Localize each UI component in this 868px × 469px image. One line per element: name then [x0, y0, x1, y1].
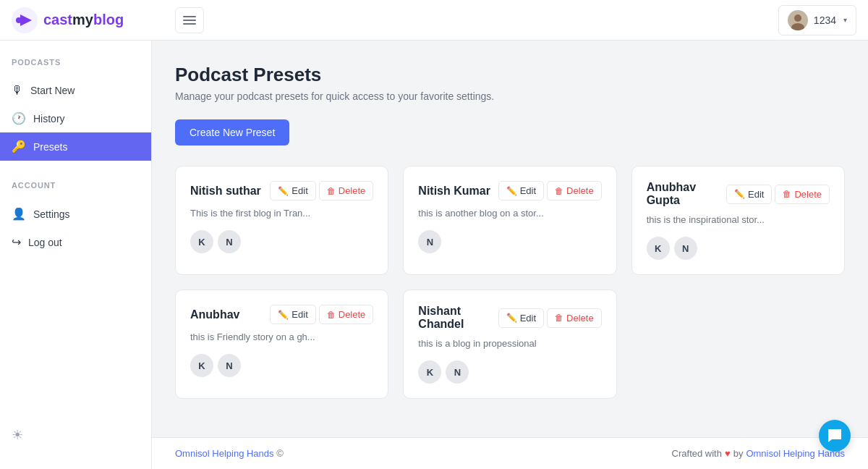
card-3-edit-label: Edit: [748, 189, 764, 200]
card-1-edit-button[interactable]: ✏️ Edit: [270, 181, 315, 200]
card-3-header: Anubhav Gupta ✏️ Edit 🗑 Delete: [647, 181, 830, 207]
sidebar-item-label-start-new: Start New: [30, 85, 75, 96]
heart-icon: ♥: [725, 448, 731, 459]
card-2-delete-button[interactable]: 🗑 Delete: [547, 181, 602, 200]
edit-icon-3: ✏️: [734, 189, 745, 199]
trash-icon-3: 🗑: [783, 189, 791, 199]
trash-icon-4: 🗑: [327, 310, 336, 320]
card-4-header: Anubhav ✏️ Edit 🗑 Delete: [190, 305, 373, 324]
trash-icon: 🗑: [327, 186, 336, 196]
logout-icon: ↪: [12, 235, 21, 249]
user-name: 1234: [814, 14, 836, 26]
logo: castmyblog: [12, 7, 163, 33]
sidebar: PODCASTS 🎙 Start New 🕐 History 🔑 Presets…: [0, 41, 152, 469]
card-2-actions: ✏️ Edit 🗑 Delete: [498, 181, 602, 200]
account-section-label: ACCOUNT: [0, 178, 151, 200]
microphone-icon: 🎙: [12, 84, 23, 97]
main-content: Podcast Presets Manage your podcast pres…: [152, 41, 868, 437]
avatar-n-5: N: [446, 360, 469, 384]
card-5-edit-button[interactable]: ✏️ Edit: [498, 308, 544, 328]
theme-toggle-area: ☀: [0, 415, 151, 455]
avatar-k-3: K: [647, 237, 670, 260]
card-4-edit-button[interactable]: ✏️ Edit: [270, 305, 315, 324]
card-5-title: Nishant Chandel: [418, 305, 498, 331]
sidebar-item-label-presets: Presets: [33, 141, 67, 153]
card-3-actions: ✏️ Edit 🗑 Delete: [726, 185, 830, 204]
card-4-actions: ✏️ Edit 🗑 Delete: [270, 305, 373, 324]
create-new-preset-button[interactable]: Create New Preset: [175, 119, 289, 145]
trash-icon-2: 🗑: [555, 186, 563, 196]
key-icon: 🔑: [12, 140, 26, 153]
card-2-title: Nitish Kumar: [418, 185, 490, 198]
card-2-avatars: N: [418, 230, 601, 253]
card-4-edit-label: Edit: [292, 309, 307, 320]
card-4-delete-label: Delete: [339, 309, 366, 320]
chevron-down-icon: ▾: [843, 16, 847, 24]
theme-toggle-button[interactable]: ☀: [12, 427, 23, 443]
avatar-n-2: N: [418, 230, 441, 253]
card-2-edit-button[interactable]: ✏️ Edit: [498, 181, 544, 200]
card-1-title: Nitish suthar: [190, 185, 261, 198]
hamburger-line-1: [183, 16, 196, 17]
card-2-description: this is another blog on a stor...: [418, 208, 601, 219]
trash-icon-5: 🗑: [555, 313, 563, 323]
card-1-edit-label: Edit: [292, 185, 307, 196]
app-wrapper: PODCASTS 🎙 Start New 🕐 History 🔑 Presets…: [0, 41, 868, 469]
svg-point-2: [16, 17, 22, 23]
avatar-k: K: [190, 230, 213, 253]
logo-text: castmyblog: [43, 12, 124, 28]
card-1-avatars: K N: [190, 230, 373, 253]
card-1-delete-label: Delete: [339, 185, 366, 196]
sidebar-item-label-history: History: [33, 113, 65, 124]
card-2-delete-label: Delete: [566, 185, 594, 196]
sidebar-item-settings[interactable]: 👤 Settings: [0, 200, 151, 228]
header-right: 1234 ▾: [778, 5, 856, 35]
avatar-k-4: K: [190, 354, 213, 377]
card-3-delete-button[interactable]: 🗑 Delete: [775, 185, 830, 204]
edit-icon-5: ✏️: [506, 313, 517, 323]
edit-icon: ✏️: [278, 186, 289, 196]
user-menu-button[interactable]: 1234 ▾: [778, 5, 856, 35]
card-3-description: this is the inspirational stor...: [647, 214, 830, 225]
edit-icon-2: ✏️: [506, 186, 517, 196]
crafted-text: Crafted with: [672, 448, 722, 459]
card-4-delete-button[interactable]: 🗑 Delete: [319, 305, 374, 324]
presets-grid: Nitish suthar ✏️ Edit 🗑 Delete: [175, 166, 845, 399]
footer-left-link[interactable]: Omnisol Helping Hands: [175, 448, 274, 459]
card-5-delete-button[interactable]: 🗑 Delete: [547, 308, 602, 328]
card-3-edit-button[interactable]: ✏️ Edit: [726, 185, 772, 204]
card-4-title: Anubhav: [190, 308, 239, 321]
card-5-actions: ✏️ Edit 🗑 Delete: [498, 308, 602, 328]
card-1-actions: ✏️ Edit 🗑 Delete: [270, 181, 373, 200]
history-icon: 🕐: [12, 111, 26, 125]
avatar-n-4: N: [218, 354, 241, 377]
avatar-n-3: N: [674, 237, 697, 260]
preset-card-4: Anubhav ✏️ Edit 🗑 Delete thi: [175, 290, 388, 399]
avatar-n: N: [218, 230, 241, 253]
preset-card-5: Nishant Chandel ✏️ Edit 🗑 Delete: [403, 290, 616, 399]
preset-card-3: Anubhav Gupta ✏️ Edit 🗑 Delete: [631, 166, 845, 275]
hamburger-line-3: [183, 23, 196, 25]
card-5-delete-label: Delete: [566, 313, 594, 324]
sidebar-item-presets[interactable]: 🔑 Presets: [0, 132, 151, 161]
card-4-description: this is Friendly story on a gh...: [190, 331, 373, 342]
hamburger-button[interactable]: [175, 7, 204, 33]
page-subtitle: Manage your podcast presets for quick ac…: [175, 90, 845, 102]
card-2-edit-label: Edit: [520, 185, 536, 196]
header: castmyblog 1234 ▾: [0, 0, 868, 41]
podcasts-section-label: PODCASTS: [0, 55, 151, 77]
avatar-k-5: K: [418, 360, 441, 384]
sidebar-item-logout[interactable]: ↪ Log out: [0, 228, 151, 256]
header-left: castmyblog: [12, 7, 204, 33]
card-5-description: this is a blog in propessional: [418, 338, 601, 349]
card-2-header: Nitish Kumar ✏️ Edit 🗑 Delete: [418, 181, 601, 200]
chat-button[interactable]: [819, 420, 851, 452]
sidebar-item-start-new[interactable]: 🎙 Start New: [0, 77, 151, 104]
card-4-avatars: K N: [190, 354, 373, 377]
card-1-description: This is the first blog in Tran...: [190, 208, 373, 219]
sidebar-item-label-logout: Log out: [28, 237, 62, 248]
preset-card-2: Nitish Kumar ✏️ Edit 🗑 Delete: [403, 166, 616, 275]
logo-icon: [12, 7, 38, 33]
sidebar-item-history[interactable]: 🕐 History: [0, 104, 151, 132]
card-1-delete-button[interactable]: 🗑 Delete: [319, 181, 374, 200]
